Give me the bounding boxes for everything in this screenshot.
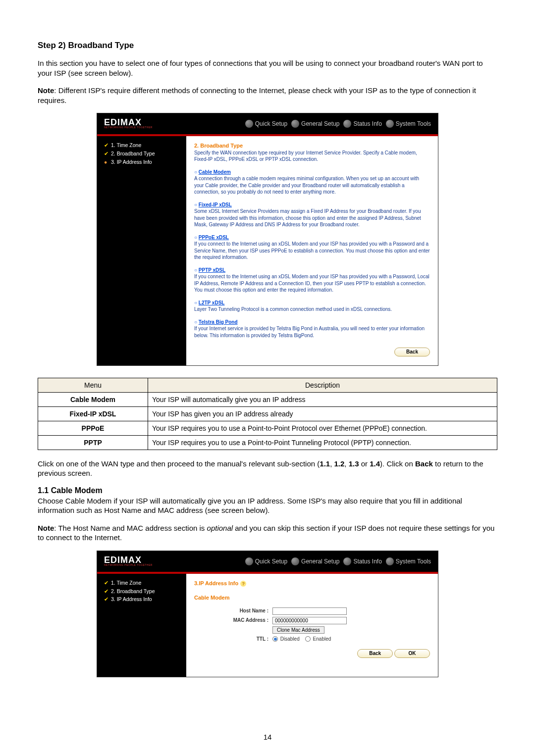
ttl-enabled-label: Enabled (313, 636, 331, 642)
router-main: 2. Broadband Type Specify the WAN connec… (186, 136, 438, 365)
nav-quick-setup-label: Quick Setup (255, 558, 287, 565)
radio-icon: ○ (194, 202, 199, 207)
wizard-step-1-label: 1. Time Zone (111, 142, 141, 148)
hostname-label: Host Name : (194, 607, 272, 614)
globe-icon (245, 557, 253, 565)
radio-icon: ○ (194, 235, 199, 240)
router-screenshot-broadband-type: EDIMAX NETWORKING PEOPLE TOGETHER Quick … (97, 113, 438, 366)
wrench-icon (386, 557, 394, 565)
option-telstra[interactable]: ○ Telstra Big Pond If your Internet serv… (194, 319, 430, 339)
nav-status-info-label: Status Info (353, 120, 381, 127)
hostname-input[interactable] (272, 607, 347, 615)
radio-icon: ○ (194, 319, 199, 325)
mac-row: MAC Address : (194, 617, 430, 624)
option-cable-modem[interactable]: ○ Cable Modem A connection through a cab… (194, 169, 430, 196)
radio-icon: ○ (194, 169, 199, 175)
wizard-step-2[interactable]: ✔2. Broadband Type (104, 587, 182, 596)
section-ref: 1.2 (334, 459, 345, 468)
table-cell-desc: Your ISP will automatically give you an … (148, 392, 497, 406)
table-header-menu: Menu (38, 378, 148, 392)
wizard-step-1[interactable]: ✔1. Time Zone (104, 579, 182, 587)
option-l2tp-head: L2TP xDSL (199, 300, 225, 305)
option-telstra-desc: If your Internet service is provided by … (194, 325, 430, 339)
clone-mac-button[interactable]: Clone Mac Address (272, 626, 324, 634)
nav-system-tools[interactable]: System Tools (386, 120, 431, 128)
brand-tagline: NETWORKING PEOPLE TOGETHER (104, 563, 193, 566)
option-cable-modem-head: Cable Modem (199, 169, 231, 175)
nav-quick-setup-label: Quick Setup (255, 120, 287, 127)
ttl-enabled-radio[interactable] (305, 636, 311, 642)
radio-icon: ○ (194, 300, 199, 305)
page-number: 14 (0, 733, 535, 741)
back-button[interactable]: Back (394, 348, 430, 356)
ttl-disabled-radio[interactable] (272, 636, 278, 642)
table-cell-menu: Cable Modem (38, 392, 148, 406)
intro-paragraph: In this section you have to select one o… (38, 58, 497, 78)
panel-title: 2. Broadband Type (194, 142, 430, 150)
check-icon: ✔ (104, 579, 111, 587)
wizard-step-3-label: 3. IP Address Info (111, 159, 152, 165)
nav-status-info[interactable]: Status Info (343, 120, 381, 128)
note-part-a: : The Host Name and MAC address section … (54, 524, 207, 532)
step-title: Step 2) Broadband Type (38, 41, 497, 50)
option-fixed-ip[interactable]: ○ Fixed-IP xDSL Some xDSL Internet Servi… (194, 202, 430, 228)
mac-label: MAC Address : (194, 617, 272, 624)
option-pptp-desc: If you connect to the Internet using an … (194, 273, 430, 294)
table-cell-menu: Fixed-IP xDSL (38, 406, 148, 421)
nav-quick-setup[interactable]: Quick Setup (245, 120, 287, 128)
panel-title: 3.IP Address Info? (194, 580, 430, 587)
ttl-label: TTL : (194, 636, 272, 643)
section-ref: 1.4 (370, 459, 380, 468)
option-fixed-ip-head: Fixed-IP xDSL (199, 202, 232, 207)
ok-button[interactable]: OK (394, 649, 430, 658)
nav-general-setup[interactable]: General Setup (291, 120, 339, 128)
option-pppoe-head: PPPoE xDSL (199, 235, 229, 240)
option-l2tp[interactable]: ○ L2TP xDSL Layer Two Tunneling Protocol… (194, 300, 430, 313)
brand-logo-text: EDIMAX (104, 119, 193, 126)
option-pppoe-desc: If you connect to the Internet using an … (194, 241, 430, 261)
nav-quick-setup[interactable]: Quick Setup (245, 557, 287, 565)
nav-status-info[interactable]: Status Info (343, 557, 381, 565)
nav-system-tools[interactable]: System Tools (386, 557, 431, 565)
table-header-desc: Description (148, 378, 497, 392)
router-header: EDIMAX NETWORKING PEOPLE TOGETHER Quick … (97, 551, 438, 572)
router-header: EDIMAX NETWORKING PEOPLE TOGETHER Quick … (97, 113, 438, 134)
table-cell-menu: PPPoE (38, 421, 148, 435)
router-nav: Quick Setup General Setup Status Info Sy… (193, 120, 438, 128)
hostname-row: Host Name : (194, 607, 430, 615)
clone-mac-row: Clone Mac Address (194, 626, 430, 634)
wizard-step-2-label: 2. Broadband Type (111, 151, 155, 156)
wizard-step-2[interactable]: ✔2. Broadband Type (104, 150, 182, 158)
wizard-step-3-label: 3. IP Address Info (111, 596, 152, 602)
option-pppoe[interactable]: ○ PPPoE xDSL If you connect to the Inter… (194, 234, 430, 261)
mac-input[interactable] (272, 617, 347, 624)
router-screenshot-cable-modem: EDIMAX NETWORKING PEOPLE TOGETHER Quick … (97, 551, 438, 677)
bullet-icon: ● (104, 158, 111, 166)
back-button[interactable]: Back (357, 649, 393, 658)
broadband-type-description-table: Menu Description Cable Modem Your ISP wi… (38, 378, 497, 450)
info-icon (343, 120, 351, 128)
section-ref: 1.1 (320, 459, 330, 468)
wizard-step-3[interactable]: ●3. IP Address Info (104, 158, 182, 166)
check-icon: ✔ (104, 141, 111, 150)
wizard-step-1[interactable]: ✔1. Time Zone (104, 141, 182, 150)
option-pptp[interactable]: ○ PPTP xDSL If you connect to the Intern… (194, 267, 430, 294)
wizard-step-3[interactable]: ✔3. IP Address Info (104, 595, 182, 604)
nav-general-setup-label: General Setup (301, 120, 339, 127)
after-table-lead: Click on one of the WAN type and then pr… (38, 459, 320, 468)
ttl-radio-group: Disabled Enabled (272, 636, 331, 643)
wizard-sidebar: ✔1. Time Zone ✔2. Broadband Type ✔3. IP … (97, 574, 186, 677)
wizard-sidebar: ✔1. Time Zone ✔2. Broadband Type ●3. IP … (97, 136, 186, 365)
table-row: PPPoE Your ISP requires you to use a Poi… (38, 421, 497, 435)
nav-general-setup[interactable]: General Setup (291, 557, 339, 565)
table-cell-menu: PPTP (38, 435, 148, 450)
ttl-row: TTL : Disabled Enabled (194, 636, 430, 643)
brand-logo: EDIMAX NETWORKING PEOPLE TOGETHER (97, 119, 193, 129)
radio-icon: ○ (194, 267, 199, 273)
nav-general-setup-label: General Setup (301, 558, 339, 565)
option-pptp-head: PPTP xDSL (199, 267, 225, 273)
brand-logo-text: EDIMAX (104, 556, 193, 563)
help-icon[interactable]: ? (240, 581, 246, 587)
note-italic: optional (207, 524, 233, 532)
note-label: Note (38, 86, 54, 95)
